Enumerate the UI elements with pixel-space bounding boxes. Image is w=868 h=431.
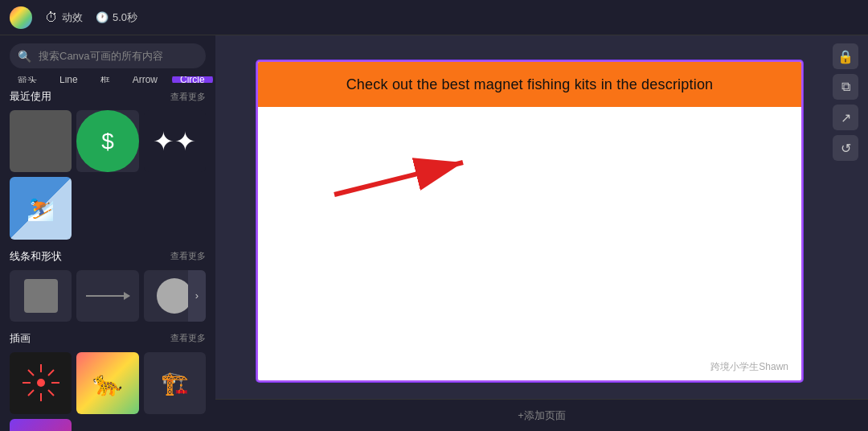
tab-line[interactable]: Line (51, 76, 86, 83)
rect-shape (24, 279, 58, 313)
dollar-icon: $ (76, 110, 138, 172)
top-bar: ⏱ 动效 🕐 5.0秒 (0, 0, 868, 35)
export-button[interactable]: ↗ (833, 105, 858, 130)
animation-control[interactable]: ⏱ 动效 (45, 10, 83, 25)
svg-line-8 (28, 390, 34, 396)
add-page-button[interactable]: +添加页面 (518, 408, 566, 423)
svg-line-5 (28, 370, 34, 376)
recent-item-3[interactable]: ✦✦ (144, 110, 206, 172)
lines-see-more[interactable]: 查看更多 (170, 250, 206, 262)
colorful-icon: 🐆 (92, 369, 122, 397)
copy-button[interactable]: ⧉ (833, 74, 858, 100)
recent-header: 最近使用 查看更多 (10, 89, 206, 104)
lock-button[interactable]: 🔒 (833, 43, 858, 69)
illus-item-1[interactable] (10, 352, 72, 414)
left-panel: 🔍 箭头 Line 框 Arrow Circle 边框 › 最近使用 查看更多 … (0, 35, 215, 431)
illustration-header: 插画 查看更多 (10, 331, 206, 346)
illus-item-2[interactable]: 🐆 (76, 352, 138, 414)
scroll-arrow[interactable]: › (188, 270, 206, 322)
slide-header-text: Check out the best magnet fishing kits i… (346, 76, 714, 93)
recent-title: 最近使用 (10, 89, 51, 104)
illus-item-3[interactable]: 🏗️ (144, 352, 206, 414)
line-item-circle[interactable]: › (144, 270, 206, 322)
illustration-title: 插画 (10, 331, 31, 346)
animation-label: 动效 (62, 10, 83, 25)
svg-point-0 (37, 379, 45, 387)
lines-header: 线条和形状 查看更多 (10, 249, 206, 264)
recent-item-1[interactable] (10, 110, 72, 172)
recent-see-more[interactable]: 查看更多 (170, 91, 206, 103)
lines-title: 线条和形状 (10, 249, 62, 264)
animation-icon: ⏱ (45, 10, 58, 25)
copy-icon: ⧉ (841, 80, 850, 94)
tab-arrows[interactable]: 箭头 (10, 76, 45, 83)
lines-grid: › (10, 270, 206, 322)
skier-icon: ⛷️ (27, 195, 55, 222)
circle-shape (157, 278, 192, 314)
illus-item-4[interactable]: 🎭 (10, 419, 72, 431)
illustration-see-more[interactable]: 查看更多 (170, 332, 206, 344)
time-label: 5.0秒 (113, 10, 137, 25)
3d-icon: 🏗️ (161, 370, 189, 396)
canvas-toolbar: 🔒 ⧉ ↗ ↺ (833, 43, 858, 161)
line-item-rect1[interactable] (10, 270, 72, 322)
search-area: 🔍 (0, 35, 215, 76)
bottom-bar: +添加页面 (215, 399, 868, 431)
search-icon: 🔍 (18, 50, 31, 63)
recent-grid: $ ✦✦ ⛷️ (10, 110, 206, 240)
refresh-button[interactable]: ↺ (833, 135, 858, 161)
svg-line-10 (334, 162, 463, 195)
tab-circle[interactable]: Circle (172, 76, 213, 83)
canvas-area: 🔒 ⧉ ↗ ↺ Check out the best magnet fishin… (215, 35, 868, 431)
main-layout: 🔍 箭头 Line 框 Arrow Circle 边框 › 最近使用 查看更多 … (0, 35, 868, 431)
recent-section: 最近使用 查看更多 $ ✦✦ ⛷️ (0, 83, 215, 243)
illustration-grid: 🐆 🏗️ 🎭 (10, 352, 206, 431)
search-input[interactable] (10, 43, 206, 68)
tab-frame[interactable]: 框 (92, 76, 118, 83)
svg-line-7 (48, 370, 54, 376)
recent-item-4[interactable]: ⛷️ (10, 177, 72, 239)
slide-canvas[interactable]: Check out the best magnet fishing kits i… (256, 60, 803, 382)
add-page-label: +添加页面 (518, 408, 566, 423)
canva-logo[interactable] (10, 6, 32, 29)
refresh-icon: ↺ (841, 141, 851, 156)
canvas-wrapper: Check out the best magnet fishing kits i… (215, 35, 868, 399)
clock-icon: 🕐 (96, 11, 108, 23)
svg-line-6 (48, 390, 54, 396)
illustration-section: 插画 查看更多 (0, 325, 215, 431)
tab-arrow[interactable]: Arrow (125, 76, 166, 83)
sparkle-icon: ✦✦ (153, 126, 196, 157)
lock-icon: 🔒 (837, 49, 854, 64)
time-control[interactable]: 🕐 5.0秒 (96, 10, 137, 25)
arrow-shape (86, 295, 129, 297)
recent-item-2[interactable]: $ (76, 110, 138, 172)
watermark: 跨境小学生Shawn (710, 360, 788, 374)
lines-section: 线条和形状 查看更多 › (0, 243, 215, 325)
export-icon: ↗ (841, 110, 851, 125)
category-tabs: 箭头 Line 框 Arrow Circle 边框 › (0, 76, 215, 83)
line-item-arrow[interactable] (76, 270, 138, 322)
slide-header: Check out the best magnet fishing kits i… (258, 62, 801, 107)
red-arrow (326, 154, 487, 203)
sunburst-svg (21, 363, 61, 403)
